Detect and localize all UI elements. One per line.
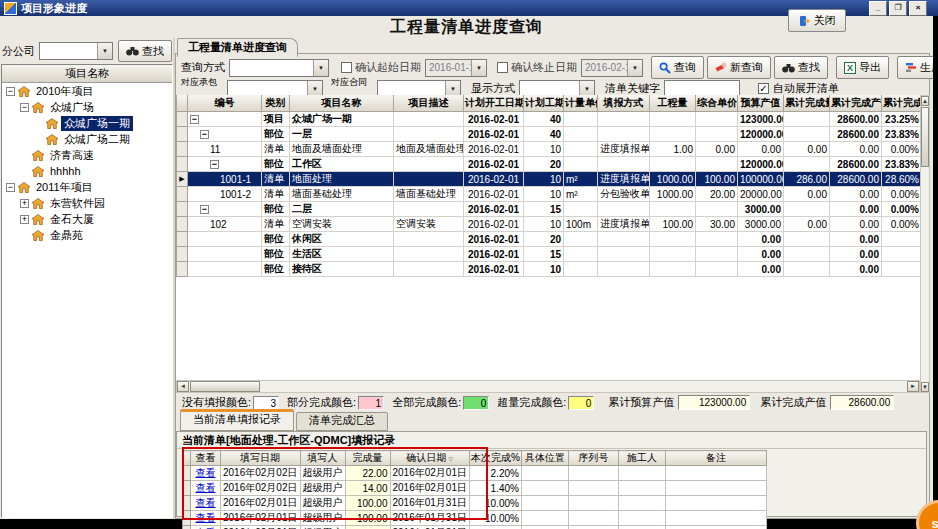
grid-row[interactable]: ▶1001-1清单地面处理2016-02-0110m²进度填报单1000.001…	[177, 172, 922, 187]
grid-cell	[598, 112, 650, 127]
grid-column-header[interactable]: 预算产值	[738, 95, 784, 112]
tree-item[interactable]: hhhhh	[2, 163, 172, 179]
panel-splitter[interactable]	[173, 38, 175, 519]
record-row[interactable]: 查看2016年02月01日超级用户100.002016年01月31日10.00%	[183, 511, 767, 526]
v-scroll-thumb[interactable]	[921, 107, 929, 167]
tree-item[interactable]: 众城广场一期	[2, 115, 172, 131]
query-mode-select[interactable]: ▼	[229, 59, 329, 77]
grid-column-header[interactable]: 累计完成%	[882, 95, 922, 112]
expand-icon[interactable]: +	[20, 215, 29, 224]
records-column-header[interactable]: 本次完成%	[470, 451, 522, 466]
tree-item[interactable]: +东营软件园	[2, 195, 172, 211]
h-scroll-thumb[interactable]	[190, 381, 260, 392]
grid-row[interactable]: 部位接待区2016-02-01100.000.00	[177, 262, 922, 277]
confirm-end-checkbox[interactable]	[497, 62, 508, 73]
grid-row[interactable]: −部位一层2016-02-0140120000.0028600.0023.83%	[177, 127, 922, 142]
records-column-header[interactable]: 确认日期▽	[390, 451, 470, 466]
collapse-icon[interactable]: −	[20, 103, 29, 112]
find-button[interactable]: 查找	[774, 56, 828, 79]
scroll-up-icon[interactable]: ▲	[921, 96, 929, 106]
restore-button[interactable]: ❐	[889, 1, 907, 16]
grid-column-header[interactable]: 工程量	[650, 95, 696, 112]
horizontal-scrollbar[interactable]: ◄ ►	[176, 380, 920, 393]
tree-item[interactable]: −2010年项目	[2, 83, 172, 99]
collapse-icon[interactable]: −	[6, 87, 15, 96]
tab-current-records[interactable]: 当前清单填报记录	[180, 409, 294, 431]
chevron-down-icon[interactable]: ▼	[313, 60, 328, 76]
grid-column-header[interactable]: 类别	[262, 95, 290, 112]
auto-expand-checkbox[interactable]: ✓	[758, 83, 769, 94]
grid-row[interactable]: −部位工作区2016-02-0120120000.0028600.0023.83…	[177, 157, 922, 172]
tree-item-label: 众城广场	[47, 100, 97, 115]
grid-column-header[interactable]: 综合单价	[696, 95, 738, 112]
records-column-header[interactable]: 施工人	[618, 451, 665, 466]
grid-column-header[interactable]: 项目描述	[394, 95, 464, 112]
record-row[interactable]: 查看2016年02月01日超级用户50.002016年01月31日5.00%	[183, 526, 767, 529]
close-page-button[interactable]: 关闭	[788, 9, 846, 32]
tab-progress-query[interactable]: 工程量清单进度查询	[177, 38, 298, 57]
records-column-header[interactable]: 填写人	[300, 451, 345, 466]
view-link[interactable]: 查看	[196, 497, 216, 508]
right-panel: 工程量清单进度查询 查询方式 ▼ 确认起始日期 2016-01-19▼ 确认终止…	[175, 38, 930, 519]
tree-item[interactable]: +金石大厦	[2, 211, 172, 227]
records-column-header[interactable]: 查看	[191, 451, 221, 466]
confirm-start-date[interactable]: 2016-01-19▼	[425, 59, 487, 77]
view-link[interactable]: 查看	[196, 482, 216, 493]
scroll-left-icon[interactable]: ◄	[177, 381, 189, 392]
grid-row[interactable]: 部位生活区2016-02-01150.000.00	[177, 247, 922, 262]
grid-row[interactable]: 1001-2清单墙面基础处理墙面基础处理2016-02-0110m²分包验收单1…	[177, 187, 922, 202]
record-row[interactable]: 查看2016年02月02日超级用户14.002016年02月01日1.40%	[183, 481, 767, 496]
grid-cell	[564, 112, 598, 127]
scroll-down-icon[interactable]: ▼	[921, 382, 929, 392]
grid-column-header[interactable]: 累计完成产值	[830, 95, 882, 112]
grid-column-header[interactable]: 计划开工日期	[464, 95, 524, 112]
grid-cell	[564, 142, 598, 157]
tree-item[interactable]: 金鼎苑	[2, 227, 172, 243]
grid-row[interactable]: 102清单空调安装空调安装2016-02-0110100m进度填报单100.00…	[177, 217, 922, 232]
grid-column-header[interactable]: 计量单位	[564, 95, 598, 112]
grid-cell: 2016-02-01	[464, 232, 524, 247]
records-column-header[interactable]: 备注	[665, 451, 766, 466]
collapse-icon[interactable]: −	[200, 205, 209, 214]
query-button[interactable]: 查询	[651, 56, 704, 79]
tree-item[interactable]: −2011年项目	[2, 179, 172, 195]
collapse-icon[interactable]: −	[6, 183, 15, 192]
vertical-scrollbar[interactable]: ▲ ▼	[920, 95, 930, 393]
new-query-button[interactable]: 新查询	[707, 56, 771, 79]
tab-summary[interactable]: 清单完成汇总	[296, 412, 388, 431]
minimize-button[interactable]: _	[869, 1, 887, 16]
grid-column-header[interactable]: 累计完成量	[784, 95, 830, 112]
grid-row[interactable]: −项目众城广场一期2016-02-0140123000.0028600.0023…	[177, 112, 922, 127]
records-column-header[interactable]: 填写日期	[221, 451, 301, 466]
collapse-icon[interactable]: −	[210, 160, 219, 169]
tree-item[interactable]: −众城广场	[2, 99, 172, 115]
grid-column-header[interactable]: 项目名称	[290, 95, 394, 112]
collapse-icon[interactable]: −	[200, 130, 209, 139]
view-link[interactable]: 查看	[196, 512, 216, 523]
chevron-down-icon[interactable]: ▼	[97, 43, 112, 59]
gantt-button[interactable]: 生成甘特图	[897, 56, 938, 79]
record-row[interactable]: 查看2016年02月01日超级用户100.002016年01月31日10.00%	[183, 496, 767, 511]
grid-row[interactable]: −部位二层2016-02-01153000.000.000.00%	[177, 202, 922, 217]
export-button[interactable]: X 导出	[836, 56, 889, 79]
tree-item[interactable]: 众城广场二期	[2, 131, 172, 147]
expand-icon[interactable]: +	[20, 199, 29, 208]
grid-column-header[interactable]: 计划工期	[524, 95, 564, 112]
view-link[interactable]: 查看	[196, 467, 216, 478]
records-column-header[interactable]: 具体位置	[521, 451, 568, 466]
records-column-header[interactable]: 完成量	[345, 451, 390, 466]
grid-row[interactable]: 部位休闲区2016-02-01200.000.00	[177, 232, 922, 247]
confirm-end-date[interactable]: 2016-02-18▼	[581, 59, 643, 77]
record-row[interactable]: 查看2016年02月02日超级用户22.002016年02月01日2.20%	[183, 466, 767, 481]
records-column-header[interactable]: 序列号	[568, 451, 618, 466]
scroll-right-icon[interactable]: ►	[907, 381, 919, 392]
tree-item[interactable]: 济青高速	[2, 147, 172, 163]
branch-select[interactable]: ▼	[39, 42, 113, 60]
grid-column-header[interactable]: 填报方式	[598, 95, 650, 112]
collapse-icon[interactable]: −	[190, 115, 199, 124]
grid-cell	[882, 247, 922, 262]
grid-column-header[interactable]: 编号	[188, 95, 262, 112]
close-window-button[interactable]: ×	[909, 1, 927, 16]
grid-row[interactable]: 11清单地面及墙面处理地面及墙面处理2016-02-0110进度填报单1.000…	[177, 142, 922, 157]
tree-find-button[interactable]: 查找	[118, 40, 172, 62]
